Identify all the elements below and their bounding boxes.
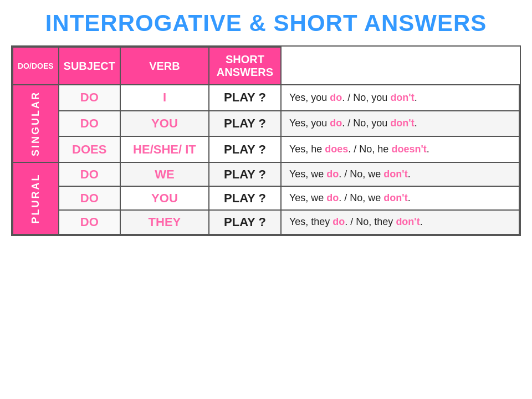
cell-dodoes: DOES — [59, 136, 120, 162]
cell-short-answers: Yes, he does. / No, he doesn't. — [281, 136, 519, 162]
table-body: SINGULARDOIPLAY ?Yes, you do. / No, you … — [13, 85, 519, 234]
cell-dodoes: DO — [59, 111, 120, 137]
header-verb: VERB — [120, 47, 209, 85]
cell-subject: YOU — [120, 186, 209, 210]
cell-verb: PLAY ? — [209, 186, 281, 210]
grammar-table: DO/DOES SUBJECT VERB SHORT ANSWERS SINGU… — [12, 47, 520, 235]
cell-verb: PLAY ? — [209, 162, 281, 186]
cell-short-answers: Yes, they do. / No, they don't. — [281, 210, 519, 234]
table-row: PLURALDOWEPLAY ?Yes, we do. / No, we don… — [13, 162, 519, 186]
cell-dodoes: DO — [59, 162, 120, 186]
table-row: DOTHEYPLAY ?Yes, they do. / No, they don… — [13, 210, 519, 234]
table-row: DOESHE/SHE/ ITPLAY ?Yes, he does. / No, … — [13, 136, 519, 162]
header-dodoes: DO/DOES — [13, 47, 59, 85]
table-row: SINGULARDOIPLAY ?Yes, you do. / No, you … — [13, 85, 519, 111]
header-short-answers: SHORT ANSWERS — [209, 47, 281, 85]
main-table-wrapper: DO/DOES SUBJECT VERB SHORT ANSWERS SINGU… — [11, 45, 521, 236]
cell-verb: PLAY ? — [209, 85, 281, 111]
cell-subject: YOU — [120, 111, 209, 137]
cell-short-answers: Yes, we do. / No, we don't. — [281, 162, 519, 186]
cell-dodoes: DO — [59, 85, 120, 111]
cell-short-answers: Yes, you do. / No, you don't. — [281, 85, 519, 111]
cell-dodoes: DO — [59, 186, 120, 210]
cell-verb: PLAY ? — [209, 111, 281, 137]
singular-label: SINGULAR — [13, 85, 59, 162]
plural-label: PLURAL — [13, 162, 59, 234]
cell-subject: THEY — [120, 210, 209, 234]
table-header-row: DO/DOES SUBJECT VERB SHORT ANSWERS — [13, 47, 519, 85]
cell-subject: WE — [120, 162, 209, 186]
cell-verb: PLAY ? — [209, 210, 281, 234]
header-subject: SUBJECT — [59, 47, 120, 85]
cell-verb: PLAY ? — [209, 136, 281, 162]
cell-short-answers: Yes, we do. / No, we don't. — [281, 186, 519, 210]
cell-short-answers: Yes, you do. / No, you don't. — [281, 111, 519, 137]
cell-subject: I — [120, 85, 209, 111]
cell-subject: HE/SHE/ IT — [120, 136, 209, 162]
cell-dodoes: DO — [59, 210, 120, 234]
page-title: INTERROGATIVE & SHORT ANSWERS — [45, 10, 487, 37]
table-row: DOYOUPLAY ?Yes, you do. / No, you don't. — [13, 111, 519, 137]
table-row: DOYOUPLAY ?Yes, we do. / No, we don't. — [13, 186, 519, 210]
